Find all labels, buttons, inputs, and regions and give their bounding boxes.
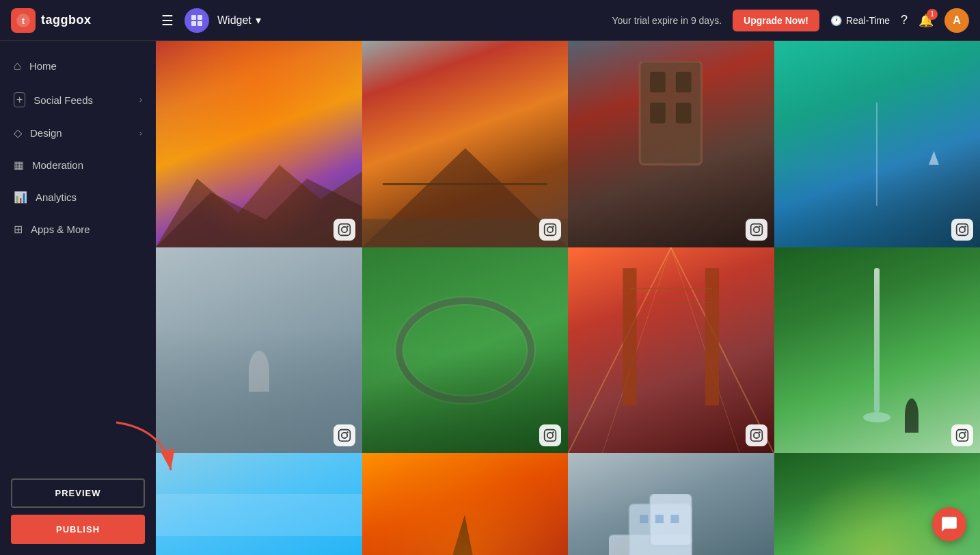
home-icon: ⌂	[14, 59, 21, 73]
trial-text: Your trial expire in 9 days.	[612, 15, 722, 26]
photo-bg-1	[156, 41, 362, 247]
photo-bg-7	[568, 247, 774, 454]
realtime-button[interactable]: 🕐 Real-Time	[830, 15, 890, 26]
svg-rect-21	[651, 103, 666, 123]
photo-bg-3	[568, 41, 774, 247]
svg-rect-62	[671, 515, 679, 523]
instagram-badge-5	[334, 424, 355, 446]
photo-cell-9[interactable]	[156, 453, 362, 555]
realtime-label: Real-Time	[846, 15, 890, 26]
svg-rect-20	[676, 72, 692, 92]
help-button[interactable]: ?	[901, 13, 908, 27]
photo-cell-4[interactable]	[774, 41, 981, 247]
svg-rect-27	[957, 224, 968, 235]
svg-text:t: t	[22, 16, 25, 26]
svg-rect-15	[545, 224, 556, 235]
sidebar-item-home[interactable]: ⌂ Home	[0, 49, 156, 83]
photo-cell-1[interactable]	[156, 41, 362, 247]
photo-bg-6	[362, 247, 569, 454]
sidebar-item-moderation[interactable]: ▦ Moderation	[0, 149, 156, 181]
svg-line-38	[568, 247, 671, 454]
notification-badge: 1	[927, 9, 938, 20]
publish-button[interactable]: PUBLISH	[11, 515, 145, 544]
svg-point-31	[341, 433, 346, 438]
sidebar-item-design-label: Design	[30, 127, 131, 139]
content-area	[156, 41, 980, 555]
sidebar-nav: ⌂ Home + Social Feeds › ◇ Design › ▦ Mod…	[0, 49, 156, 245]
avatar-button[interactable]: A	[944, 8, 969, 33]
svg-point-51	[964, 431, 966, 433]
widget-label: Widget	[217, 14, 251, 27]
moderation-icon: ▦	[14, 159, 24, 172]
svg-rect-19	[651, 72, 666, 92]
photo-cell-7[interactable]	[568, 247, 774, 454]
sidebar-item-analytics-label: Analytics	[36, 191, 142, 203]
svg-point-50	[959, 433, 965, 438]
photo-cell-6[interactable]	[362, 247, 569, 454]
photo-cell-3[interactable]	[568, 41, 774, 247]
svg-rect-46	[750, 430, 762, 442]
widget-button[interactable]: Widget ▾	[217, 14, 261, 27]
svg-rect-9	[338, 224, 350, 235]
chat-bubble-button[interactable]	[932, 507, 966, 541]
sidebar: ⌂ Home + Social Feeds › ◇ Design › ▦ Mod…	[0, 41, 156, 555]
svg-rect-23	[750, 224, 762, 235]
logo-text: taggbox	[41, 13, 92, 27]
svg-point-36	[547, 433, 553, 438]
main-layout: ⌂ Home + Social Feeds › ◇ Design › ▦ Mod…	[0, 41, 980, 555]
photo-bg-11	[568, 453, 774, 555]
preview-button[interactable]: PREVIEW	[11, 478, 145, 508]
photo-bg-2	[362, 41, 569, 247]
photo-cell-10[interactable]	[362, 453, 569, 555]
svg-rect-3	[198, 15, 202, 20]
apps-more-icon: ⊞	[14, 223, 23, 236]
svg-rect-2	[191, 15, 196, 20]
photo-bg-8	[774, 247, 981, 454]
design-icon: ◇	[14, 126, 22, 139]
svg-rect-61	[655, 515, 664, 523]
sidebar-item-analytics[interactable]: 📊 Analytics	[0, 181, 156, 213]
svg-rect-30	[338, 430, 350, 442]
sidebar-item-moderation-label: Moderation	[32, 159, 142, 171]
help-icon: ?	[901, 13, 908, 27]
svg-point-37	[552, 431, 554, 433]
svg-point-48	[759, 431, 761, 433]
svg-rect-14	[383, 183, 547, 185]
photo-cell-11[interactable]	[568, 453, 774, 555]
sidebar-item-design[interactable]: ◇ Design ›	[0, 117, 156, 149]
instagram-badge-3	[746, 219, 767, 241]
sidebar-bottom: PREVIEW PUBLISH	[0, 468, 156, 555]
photo-cell-8[interactable]	[774, 247, 981, 454]
notification-button[interactable]: 🔔 1	[918, 13, 934, 28]
svg-point-17	[552, 226, 554, 228]
logo-icon: t	[11, 8, 36, 33]
photo-bg-10	[362, 453, 569, 555]
clock-icon: 🕐	[830, 15, 842, 26]
chevron-right-icon-2: ›	[139, 128, 142, 138]
photo-cell-5[interactable]	[156, 247, 362, 454]
svg-rect-22	[676, 103, 692, 123]
sidebar-item-apps-more[interactable]: ⊞ Apps & More	[0, 213, 156, 245]
instagram-badge-6	[539, 424, 561, 446]
svg-point-24	[753, 226, 759, 232]
analytics-icon: 📊	[14, 191, 27, 204]
instagram-badge-4	[951, 219, 973, 241]
sidebar-item-apps-more-label: Apps & More	[31, 224, 142, 235]
hamburger-button[interactable]: ☰	[159, 10, 176, 31]
widget-chevron-icon: ▾	[256, 14, 261, 27]
chevron-right-icon: ›	[139, 95, 142, 105]
sidebar-item-social-feeds[interactable]: + Social Feeds ›	[0, 83, 156, 117]
svg-rect-60	[640, 515, 649, 523]
instagram-badge-2	[539, 219, 561, 241]
svg-rect-18	[640, 62, 702, 165]
photo-bg-9	[156, 453, 362, 555]
photo-cell-2[interactable]	[362, 41, 569, 247]
header-right: Your trial expire in 9 days. Upgrade Now…	[612, 8, 969, 33]
hamburger-icon: ☰	[161, 13, 174, 28]
svg-point-25	[759, 226, 761, 228]
logo-area: t taggbox	[11, 8, 148, 33]
svg-rect-35	[545, 430, 556, 442]
widget-icon-circle	[185, 8, 209, 33]
svg-point-16	[547, 226, 553, 232]
upgrade-button[interactable]: Upgrade Now!	[733, 10, 819, 31]
